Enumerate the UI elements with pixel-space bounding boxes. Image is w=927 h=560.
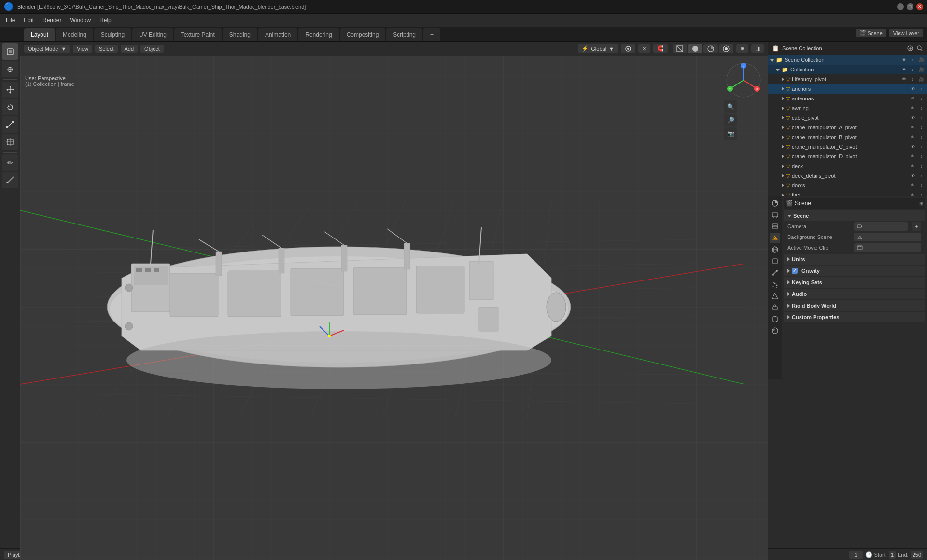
viewport-canvas[interactable]: User Perspective (1) Collection | frame … bbox=[20, 56, 768, 560]
bg-scene-value[interactable] bbox=[854, 233, 921, 241]
outliner-item-anchors[interactable]: ▽ anchors 👁 ↕ bbox=[768, 84, 927, 94]
zoom-in-button[interactable]: 🔍 bbox=[724, 100, 737, 113]
item-ren-0[interactable]: 🎥 bbox=[917, 75, 925, 83]
scene-section-header[interactable]: Scene bbox=[784, 210, 925, 221]
item-sel-4[interactable]: ↕ bbox=[917, 114, 925, 122]
constraints-props-icon[interactable] bbox=[770, 302, 780, 313]
scale-tool-button[interactable] bbox=[2, 116, 18, 133]
transform-tool-button[interactable] bbox=[2, 134, 18, 150]
collection-visibility[interactable]: 👁 bbox=[900, 66, 908, 73]
material-props-icon[interactable] bbox=[770, 325, 780, 336]
tab-shading[interactable]: Shading bbox=[223, 28, 257, 41]
menu-file[interactable]: File bbox=[2, 15, 19, 26]
render-icon-outliner[interactable]: 🎥 bbox=[917, 56, 925, 64]
move-tool-button[interactable] bbox=[2, 82, 18, 98]
item-sel-0[interactable]: ↕ bbox=[909, 75, 916, 83]
physics-props-icon[interactable] bbox=[770, 291, 780, 301]
item-vis-4[interactable]: 👁 bbox=[909, 114, 916, 122]
annotate-tool-button[interactable]: ✏ bbox=[2, 154, 18, 171]
search-icon[interactable] bbox=[916, 45, 923, 52]
add-menu[interactable]: Add bbox=[121, 45, 138, 53]
units-section-header[interactable]: Units bbox=[784, 254, 925, 265]
outliner-item-crane-c[interactable]: ▽ crane_manipulator_C_pivot 👁 ↕ bbox=[768, 142, 927, 152]
camera-value[interactable] bbox=[854, 222, 908, 231]
item-vis-3[interactable]: 👁 bbox=[909, 104, 916, 112]
visibility-icon[interactable]: 👁 bbox=[900, 56, 908, 64]
movie-clip-value[interactable] bbox=[854, 243, 921, 252]
rotate-tool-button[interactable] bbox=[2, 99, 18, 115]
tab-animation[interactable]: Animation bbox=[258, 28, 297, 41]
maximize-button[interactable]: □ bbox=[907, 3, 913, 10]
filter-icon[interactable] bbox=[907, 45, 913, 52]
item-vis-7[interactable]: 👁 bbox=[909, 143, 916, 151]
selectability-icon[interactable]: ↕ bbox=[909, 56, 916, 64]
end-frame[interactable]: 250 bbox=[911, 551, 923, 559]
measure-tool-button[interactable] bbox=[2, 172, 18, 188]
outliner-item-awning[interactable]: ▽ awning 👁 ↕ bbox=[768, 103, 927, 113]
gravity-section-header[interactable]: ✓ Gravity bbox=[784, 266, 925, 276]
item-sel-7[interactable]: ↕ bbox=[917, 143, 925, 151]
item-vis-5[interactable]: 👁 bbox=[909, 124, 916, 131]
collection-render[interactable]: 🎥 bbox=[917, 66, 925, 73]
item-sel-6[interactable]: ↕ bbox=[917, 133, 925, 141]
tab-rendering[interactable]: Rendering bbox=[298, 28, 338, 41]
item-sel-11[interactable]: ↕ bbox=[917, 182, 925, 189]
proportional-edit[interactable]: ⊙ bbox=[638, 44, 650, 53]
rendered-mode[interactable] bbox=[719, 44, 733, 53]
minimize-button[interactable]: ─ bbox=[897, 3, 904, 10]
item-sel-1[interactable]: ↕ bbox=[917, 85, 925, 93]
item-sel-5[interactable]: ↕ bbox=[917, 124, 925, 131]
modifier-props-icon[interactable] bbox=[770, 267, 780, 278]
gravity-checkbox[interactable]: ✓ bbox=[792, 268, 798, 274]
item-vis-8[interactable]: 👁 bbox=[909, 153, 916, 160]
snap-controls[interactable] bbox=[621, 44, 635, 53]
tab-layout[interactable]: Layout bbox=[24, 28, 55, 41]
tab-add[interactable]: + bbox=[423, 28, 440, 41]
xray-button[interactable]: ◨ bbox=[751, 44, 764, 53]
scene-collection-item[interactable]: 📁 Scene Collection 👁 ↕ 🎥 bbox=[768, 55, 927, 65]
overlay-button[interactable]: ⊕ bbox=[736, 44, 748, 53]
start-frame[interactable]: 1 bbox=[889, 551, 896, 559]
collection-select[interactable]: ↕ bbox=[909, 66, 916, 73]
close-button[interactable]: ✕ bbox=[916, 3, 923, 10]
item-sel-2[interactable]: ↕ bbox=[917, 95, 925, 102]
particles-props-icon[interactable] bbox=[770, 279, 780, 290]
outliner-item-deck[interactable]: ▽ deck 👁 ↕ bbox=[768, 161, 927, 171]
outliner-item-crane-b[interactable]: ▽ crane_manipulator_B_pivot 👁 ↕ bbox=[768, 132, 927, 142]
zoom-out-button[interactable]: 🔎 bbox=[724, 114, 737, 126]
item-vis-0[interactable]: 👁 bbox=[900, 75, 908, 83]
rigid-body-section-header[interactable]: Rigid Body World bbox=[784, 300, 925, 311]
tab-texture-paint[interactable]: Texture Paint bbox=[174, 28, 222, 41]
outliner-content[interactable]: 📁 Scene Collection 👁 ↕ 🎥 📁 Collection 👁 bbox=[768, 55, 927, 196]
item-vis-2[interactable]: 👁 bbox=[909, 95, 916, 102]
scene-props-icon[interactable] bbox=[770, 233, 780, 243]
menu-edit[interactable]: Edit bbox=[20, 15, 38, 26]
tab-scripting[interactable]: Scripting bbox=[386, 28, 422, 41]
output-props-icon[interactable] bbox=[770, 210, 780, 220]
item-vis-10[interactable]: 👁 bbox=[909, 172, 916, 180]
outliner-item-lifebuoy[interactable]: ▽ Lifebuoy_pivot 👁 ↕ 🎥 bbox=[768, 74, 927, 84]
item-sel-10[interactable]: ↕ bbox=[917, 172, 925, 180]
outliner-item-crane-d[interactable]: ▽ crane_manipulator_D_pivot 👁 ↕ bbox=[768, 152, 927, 161]
outliner-item-flag[interactable]: ▽ flag 👁 ↕ bbox=[768, 190, 927, 196]
tab-uv-editing[interactable]: UV Editing bbox=[132, 28, 173, 41]
object-props-icon[interactable] bbox=[770, 256, 780, 266]
item-vis-11[interactable]: 👁 bbox=[909, 182, 916, 189]
object-mode-selector[interactable]: Object Mode ▼ bbox=[24, 45, 70, 53]
outliner-item-antennas[interactable]: ▽ antennas 👁 ↕ bbox=[768, 94, 927, 103]
outliner-item-crane-a[interactable]: ▽ crane_manipulator_A_pivot 👁 ↕ bbox=[768, 123, 927, 132]
item-vis-9[interactable]: 👁 bbox=[909, 162, 916, 170]
keying-section-header[interactable]: Keying Sets bbox=[784, 277, 925, 288]
world-props-icon[interactable] bbox=[770, 244, 780, 255]
menu-window[interactable]: Window bbox=[66, 15, 95, 26]
item-vis-6[interactable]: 👁 bbox=[909, 133, 916, 141]
menu-render[interactable]: Render bbox=[39, 15, 65, 26]
camera-view-button[interactable]: 📷 bbox=[724, 127, 737, 140]
object-menu[interactable]: Object bbox=[140, 45, 164, 53]
tab-sculpting[interactable]: Sculpting bbox=[94, 28, 131, 41]
collection-item[interactable]: 📁 Collection 👁 ↕ 🎥 bbox=[768, 65, 927, 74]
view-layer-selector[interactable]: View Layer bbox=[889, 29, 923, 37]
item-sel-3[interactable]: ↕ bbox=[917, 104, 925, 112]
tab-modeling[interactable]: Modeling bbox=[56, 28, 93, 41]
wireframe-mode[interactable] bbox=[673, 44, 687, 53]
